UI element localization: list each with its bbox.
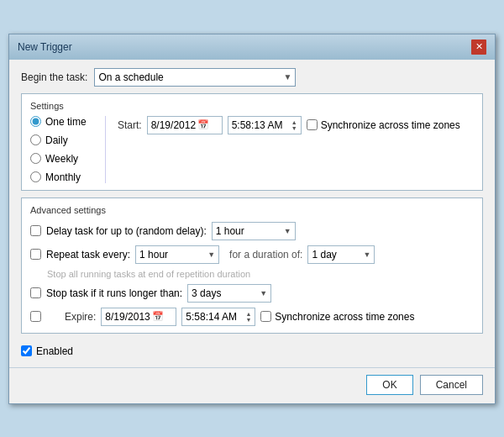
stop-if-label: Stop task if it runs longer than:: [46, 287, 182, 299]
delay-task-label: Delay task for up to (random delay):: [46, 225, 207, 237]
delay-task-checkbox[interactable]: [30, 225, 41, 236]
sync-row: Synchronize across time zones: [307, 119, 460, 131]
radio-weekly-label: Weekly: [45, 153, 78, 165]
expire-calendar-icon[interactable]: 📅: [152, 311, 164, 322]
enabled-label: Enabled: [36, 345, 73, 357]
expire-date-value: 8/19/2013: [105, 311, 150, 323]
dialog: New Trigger ✕ Begin the task: On a sched…: [8, 34, 496, 404]
begin-task-label: Begin the task:: [21, 71, 87, 83]
repeat-task-label: Repeat task every:: [46, 249, 130, 261]
expire-time-spinner[interactable]: ▲ ▼: [245, 311, 251, 323]
stop-running-label: Stop all running tasks at end of repetit…: [47, 269, 250, 279]
expire-time-value: 5:58:14 AM: [186, 311, 237, 323]
expire-label: Expire:: [65, 311, 96, 323]
stop-if-value: 3 days: [192, 287, 221, 299]
radio-weekly[interactable]: Weekly: [30, 153, 97, 165]
advanced-label: Advanced settings: [30, 205, 474, 215]
expire-time-down-button[interactable]: ▼: [245, 317, 251, 323]
title-bar: New Trigger ✕: [9, 34, 495, 60]
calendar-icon[interactable]: 📅: [197, 119, 209, 130]
stop-if-row: Stop task if it runs longer than: 3 days…: [30, 284, 474, 303]
begin-task-row: Begin the task: On a schedule ▼: [21, 68, 483, 87]
time-spinner[interactable]: ▲ ▼: [291, 119, 297, 131]
begin-task-dropdown[interactable]: On a schedule ▼: [94, 68, 296, 87]
stop-if-dropdown[interactable]: 3 days ▼: [187, 284, 271, 303]
dialog-content: Begin the task: On a schedule ▼ Settings…: [9, 60, 495, 367]
stop-if-checkbox[interactable]: [30, 287, 41, 298]
ok-button[interactable]: OK: [366, 375, 412, 395]
expire-sync-label: Synchronize across time zones: [275, 311, 414, 323]
dialog-title: New Trigger: [18, 41, 72, 53]
duration-dropdown[interactable]: 1 day ▼: [307, 245, 375, 264]
settings-label: Settings: [30, 101, 474, 111]
repeat-value: 1 hour: [139, 249, 168, 261]
expire-row: Expire: 8/19/2013 📅 5:58:14 AM ▲ ▼ Synch…: [30, 308, 474, 326]
expire-sync-checkbox[interactable]: [260, 311, 271, 322]
stop-running-row: Stop all running tasks at end of repetit…: [30, 269, 474, 279]
repeat-dropdown[interactable]: 1 hour ▼: [135, 245, 219, 264]
expire-checkbox[interactable]: [30, 311, 41, 322]
schedule-radio-group: One time Daily Weekly Monthly: [30, 116, 106, 183]
start-date-input[interactable]: 8/19/2012 📅: [147, 116, 223, 134]
duration-dropdown-arrow-icon: ▼: [364, 250, 371, 259]
expire-time-up-button[interactable]: ▲: [245, 311, 251, 317]
repeat-task-row: Repeat task every: 1 hour ▼ for a durati…: [30, 245, 474, 264]
delay-value: 1 hour: [216, 225, 244, 237]
repeat-task-checkbox[interactable]: [30, 249, 41, 260]
begin-task-value: On a schedule: [98, 71, 163, 83]
dialog-footer: OK Cancel: [9, 367, 495, 403]
start-label: Start:: [118, 119, 142, 131]
advanced-section: Advanced settings Delay task for up to (…: [21, 197, 483, 334]
settings-inner: One time Daily Weekly Monthly: [30, 116, 474, 183]
start-date-value: 8/19/2012: [151, 119, 196, 131]
expire-date-input[interactable]: 8/19/2013 📅: [101, 308, 176, 326]
time-down-button[interactable]: ▼: [291, 125, 297, 131]
dropdown-arrow-icon: ▼: [283, 72, 291, 82]
radio-monthly-label: Monthly: [45, 171, 81, 183]
expire-time-input[interactable]: 5:58:14 AM ▲ ▼: [181, 308, 255, 326]
start-time-value: 5:58:13 AM: [232, 119, 283, 131]
delay-dropdown-arrow-icon: ▼: [284, 227, 291, 235]
start-time-input[interactable]: 5:58:13 AM ▲ ▼: [228, 116, 302, 134]
enabled-checkbox[interactable]: [21, 345, 32, 356]
radio-onetime-label: One time: [45, 116, 87, 128]
start-row: Start: 8/19/2012 📅 5:58:13 AM ▲ ▼: [118, 116, 474, 134]
enabled-row: Enabled: [21, 340, 483, 359]
settings-right-panel: Start: 8/19/2012 📅 5:58:13 AM ▲ ▼: [106, 116, 474, 183]
radio-onetime[interactable]: One time: [30, 116, 97, 128]
delay-task-row: Delay task for up to (random delay): 1 h…: [30, 222, 474, 240]
settings-section: Settings One time Daily Weekly: [21, 93, 483, 191]
delay-dropdown[interactable]: 1 hour ▼: [212, 222, 296, 240]
cancel-button[interactable]: Cancel: [420, 375, 483, 395]
expire-sync-row: Synchronize across time zones: [260, 311, 414, 323]
radio-monthly[interactable]: Monthly: [30, 171, 97, 183]
duration-label: for a duration of:: [229, 249, 302, 261]
time-up-button[interactable]: ▲: [291, 119, 297, 125]
radio-daily-label: Daily: [45, 134, 68, 146]
stop-if-dropdown-arrow-icon: ▼: [260, 289, 267, 297]
radio-daily[interactable]: Daily: [30, 134, 97, 146]
duration-value: 1 day: [312, 249, 336, 261]
close-button[interactable]: ✕: [471, 39, 486, 55]
sync-checkbox[interactable]: [307, 119, 318, 130]
sync-label: Synchronize across time zones: [321, 119, 460, 131]
repeat-dropdown-arrow-icon: ▼: [207, 250, 215, 259]
